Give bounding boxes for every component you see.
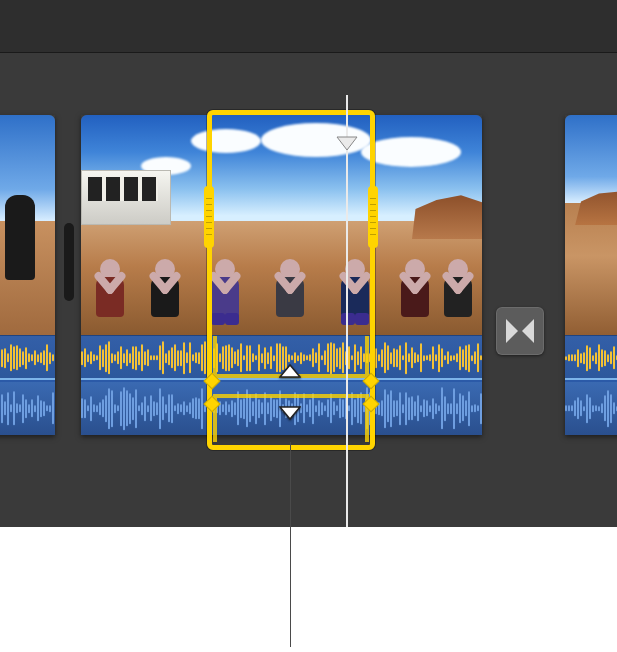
volume-line[interactable] xyxy=(0,378,55,380)
playhead[interactable] xyxy=(335,135,359,151)
clip-previous[interactable] xyxy=(0,115,55,435)
svg-marker-0 xyxy=(506,319,518,343)
svg-marker-4 xyxy=(280,407,300,419)
expand-selection-up[interactable] xyxy=(279,362,301,380)
playhead-line[interactable] xyxy=(346,95,348,527)
svg-marker-1 xyxy=(522,319,534,343)
waveform xyxy=(0,336,55,380)
waveform xyxy=(0,382,55,435)
clip-selected[interactable] xyxy=(81,115,482,435)
clip-thumbnail xyxy=(0,115,55,335)
volume-line[interactable] xyxy=(565,378,617,380)
clip-audio-track[interactable] xyxy=(565,335,617,435)
selection-trim-handle-left[interactable] xyxy=(204,186,214,248)
timeline-panel xyxy=(0,0,617,527)
clip-thumbnail xyxy=(565,115,617,335)
timeline-track[interactable] xyxy=(0,53,617,527)
timeline-header xyxy=(0,0,617,52)
selection-trim-handle-right[interactable] xyxy=(368,186,378,248)
clip-thumbnail xyxy=(81,115,482,335)
transition-cross-dissolve[interactable] xyxy=(496,307,544,355)
svg-marker-3 xyxy=(280,365,300,377)
expand-selection-down[interactable] xyxy=(279,404,301,422)
transition-icon xyxy=(504,315,536,347)
clip-next[interactable] xyxy=(565,115,617,435)
svg-marker-2 xyxy=(337,137,357,150)
callout-leader-line xyxy=(290,442,291,647)
vertical-scroll-handle[interactable] xyxy=(64,223,74,301)
waveform xyxy=(565,336,617,380)
help-figure xyxy=(0,0,617,652)
waveform xyxy=(565,382,617,435)
clip-audio-track[interactable] xyxy=(0,335,55,435)
